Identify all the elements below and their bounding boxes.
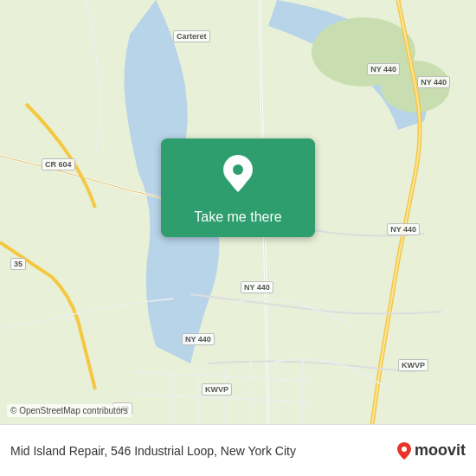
road-label-ny440-3: NY 440 [387,223,420,235]
city-label: Carteret [173,30,210,42]
moovit-text: moovit [415,441,466,460]
moovit-logo: moovit [397,441,466,460]
road-label-nj35: 35 [10,258,26,270]
road-label-ny440-5: NY 440 [182,333,215,345]
location-pin-icon [222,154,254,194]
svg-point-14 [233,164,243,175]
road-label-ny440-2: NY 440 [367,63,400,75]
take-me-there-label: Take me there [194,209,281,224]
road-label-kwvp-1: KWVP [398,359,428,371]
map-attribution: © OpenStreetMap contributors [7,404,132,417]
info-bar: Mid Island Repair, 546 Industrial Loop, … [0,424,476,476]
take-me-there-button[interactable]: Take me there [161,138,315,237]
road-label-kwvp-2: KWVP [202,383,232,396]
place-info: Mid Island Repair, 546 Industrial Loop, … [10,444,390,458]
button-label-area: Take me there [161,203,315,237]
svg-point-15 [402,447,407,452]
button-icon-area [161,138,315,203]
map-container: Carteret NY 440 NY 440 NY 440 NY 440 NY … [0,0,476,424]
moovit-pin-icon [397,442,411,460]
road-label-ny440-4: NY 440 [241,281,273,293]
road-label-cr604: CR 604 [42,158,75,170]
road-label-ny440-1: NY 440 [417,76,450,88]
